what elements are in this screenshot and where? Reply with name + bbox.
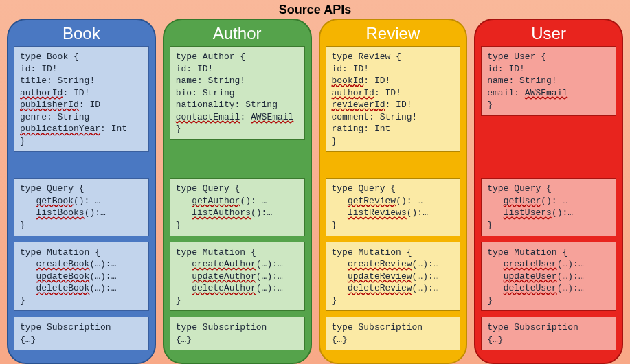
review-mutation-def: type Mutation { createReview(…):… update…	[326, 242, 461, 312]
author-type-def: type Author { id: ID! name: String! bio:…	[170, 46, 305, 140]
review-type-def: type Review { id: ID! bookId: ID! author…	[326, 46, 461, 152]
book-header: Book	[14, 24, 149, 43]
review-query-def: type Query { getReview(): … listReviews(…	[326, 178, 461, 236]
book-subscription-def: type Subscription {…}	[14, 317, 149, 350]
book-mutation-def: type Mutation { createBook(…):… updateBo…	[14, 242, 149, 312]
spacer	[14, 157, 149, 178]
author-header: Author	[170, 24, 305, 43]
book-query-def: type Query { getBook(): … listBooks():… …	[14, 178, 149, 236]
user-query-def: type Query { getUser(): … listUsers():… …	[481, 178, 616, 236]
spacer	[481, 122, 616, 179]
spacer	[326, 157, 461, 178]
api-columns: Book type Book { id: ID! title: String! …	[0, 19, 630, 364]
review-subscription-def: type Subscription {…}	[326, 317, 461, 350]
user-type-def: type User { id: ID! name: String! email:…	[481, 46, 616, 116]
review-column: Review type Review { id: ID! bookId: ID!…	[319, 19, 468, 364]
user-column: User type User { id: ID! name: String! e…	[474, 19, 623, 364]
author-mutation-def: type Mutation { createAuthor(…):… update…	[170, 242, 305, 312]
author-query-def: type Query { getAuthor(): … listAuthors(…	[170, 178, 305, 236]
user-subscription-def: type Subscription {…}	[481, 317, 616, 350]
review-header: Review	[326, 24, 461, 43]
page-title: Source APIs	[0, 0, 630, 17]
user-mutation-def: type Mutation { createUser(…):… updateUs…	[481, 242, 616, 312]
book-column: Book type Book { id: ID! title: String! …	[7, 19, 156, 364]
user-header: User	[481, 24, 616, 43]
author-column: Author type Author { id: ID! name: Strin…	[163, 19, 312, 364]
spacer	[170, 146, 305, 179]
book-type-def: type Book { id: ID! title: String! autho…	[14, 46, 149, 152]
author-subscription-def: type Subscription {…}	[170, 317, 305, 350]
